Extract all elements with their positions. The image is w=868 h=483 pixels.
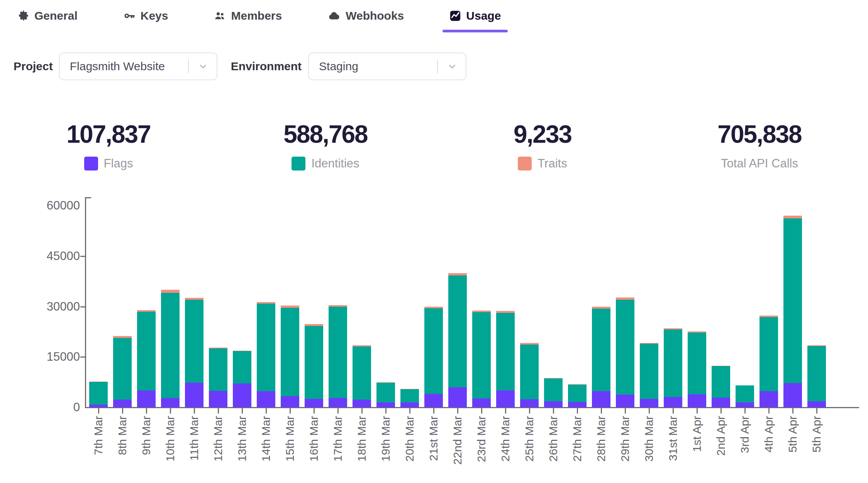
- x-axis-label: 5th Apr: [783, 416, 802, 481]
- bar-segment-flags: [400, 402, 419, 407]
- bar-23rd-mar: [472, 206, 491, 407]
- usage-chart: 015000300004500060000 7th Mar8th Mar9th …: [0, 206, 868, 407]
- bar-segment-flags: [448, 387, 467, 407]
- x-axis-tick: [592, 408, 610, 414]
- bar-13th-mar: [233, 206, 251, 407]
- bar-segment-flags: [568, 402, 587, 407]
- bar-segment-flags: [376, 402, 395, 407]
- usage-settings-page: General Keys Members Webhooks Usage: [0, 0, 868, 483]
- bar-segment-flags: [329, 398, 347, 407]
- project-select[interactable]: Flagsmith Website: [59, 52, 217, 80]
- x-axis-label: 3rd Apr: [736, 416, 754, 481]
- bar-segment-identities: [89, 382, 108, 405]
- stat-label: Total API Calls: [721, 157, 798, 171]
- tab-label: Usage: [466, 9, 501, 22]
- bar-12th-mar: [209, 206, 227, 407]
- stat-label: Traits: [537, 157, 567, 171]
- x-axis-label: 8th Mar: [113, 416, 132, 481]
- x-axis-label: 13th Mar: [233, 416, 251, 481]
- x-axis-label: 4th Apr: [760, 416, 778, 481]
- y-axis-label: 0: [15, 401, 80, 414]
- x-axis-tick: [807, 408, 826, 414]
- bar-segment-flags: [688, 394, 706, 407]
- x-axis-label: 21st Mar: [424, 416, 443, 481]
- bar-segment-flags: [281, 396, 299, 407]
- bar-segment-identities: [616, 300, 634, 395]
- tab-webhooks[interactable]: Webhooks: [327, 7, 404, 25]
- bar-19th-mar: [376, 206, 395, 407]
- bar-segment-flags: [760, 391, 778, 407]
- y-axis: [85, 197, 86, 408]
- stat-value: 705,838: [717, 122, 801, 147]
- x-axis-tick: [329, 408, 347, 414]
- bar-segment-flags: [209, 391, 227, 407]
- environment-label: Environment: [231, 60, 302, 73]
- bar-30th-mar: [640, 206, 658, 407]
- x-axis-tick: [257, 408, 275, 414]
- bar-7th-mar: [89, 206, 108, 407]
- chart-icon: [449, 10, 461, 22]
- x-axis-tick: [209, 408, 227, 414]
- bar-segment-identities: [161, 293, 180, 398]
- x-axis-tick: [496, 408, 515, 414]
- gear-icon: [18, 10, 29, 22]
- x-axis-tick: [137, 408, 156, 414]
- bar-segment-flags: [520, 399, 539, 407]
- bars: [89, 206, 826, 407]
- bar-27th-mar: [568, 206, 587, 407]
- y-axis-label: 30000: [15, 300, 80, 313]
- bar-segment-identities: [257, 304, 275, 391]
- tab-usage[interactable]: Usage: [449, 7, 501, 25]
- bar-segment-flags: [305, 399, 323, 407]
- x-axis-label: 10th Mar: [161, 416, 180, 481]
- bar-segment-flags: [161, 398, 180, 407]
- x-axis-label: 15th Mar: [281, 416, 299, 481]
- bar-21st-mar: [424, 206, 443, 407]
- bar-16th-mar: [305, 206, 323, 407]
- bar-15th-mar: [281, 206, 299, 407]
- bar-segment-flags: [472, 399, 491, 407]
- bar-segment-flags: [664, 397, 682, 407]
- bar-segment-identities: [688, 333, 706, 394]
- environment-select[interactable]: Staging: [308, 52, 466, 80]
- stat-label: Identities: [311, 157, 359, 171]
- stat-flags: 107,837 Flags: [0, 122, 217, 171]
- environment-select-value: Staging: [309, 60, 358, 73]
- x-axis-tick: [736, 408, 754, 414]
- x-axis-tick: [424, 408, 443, 414]
- bar-segment-flags: [736, 402, 754, 407]
- y-axis-label: 60000: [15, 199, 80, 212]
- tab-members[interactable]: Members: [214, 7, 282, 25]
- tab-keys[interactable]: Keys: [123, 7, 168, 25]
- x-axis-label: 29th Mar: [616, 416, 634, 481]
- bar-segment-identities: [424, 308, 443, 394]
- bar-segment-identities: [783, 218, 802, 383]
- bar-segment-identities: [185, 300, 203, 382]
- bar-segment-identities: [448, 275, 467, 387]
- bar-segment-flags: [783, 383, 802, 407]
- bar-14th-mar: [257, 206, 275, 407]
- bar-9th-mar: [137, 206, 156, 407]
- bar-segment-flags: [257, 391, 275, 407]
- bar-29th-mar: [616, 206, 634, 407]
- tab-general[interactable]: General: [18, 7, 78, 25]
- y-axis-label: 15000: [15, 350, 80, 363]
- x-axis-tick: [233, 408, 251, 414]
- select-divider: [437, 59, 438, 73]
- x-axis-label: 17th Mar: [329, 416, 347, 481]
- bar-segment-flags: [89, 405, 108, 407]
- bar-segment-identities: [520, 345, 539, 400]
- bar-segment-identities: [281, 308, 299, 397]
- x-axis-label: 27th Mar: [568, 416, 587, 481]
- tab-label: Keys: [141, 9, 168, 22]
- bar-11th-mar: [185, 206, 203, 407]
- bar-segment-identities: [760, 317, 778, 391]
- x-axis-label: 9th Mar: [137, 416, 156, 481]
- chevron-down-icon: [447, 61, 457, 71]
- x-axis-label: 5th Apr: [807, 416, 826, 481]
- bar-segment-flags: [424, 394, 443, 407]
- bar-segment-flags: [113, 400, 132, 407]
- bar-segment-flags: [185, 383, 203, 408]
- bar-26th-mar: [544, 206, 563, 407]
- bar-18th-mar: [353, 206, 371, 407]
